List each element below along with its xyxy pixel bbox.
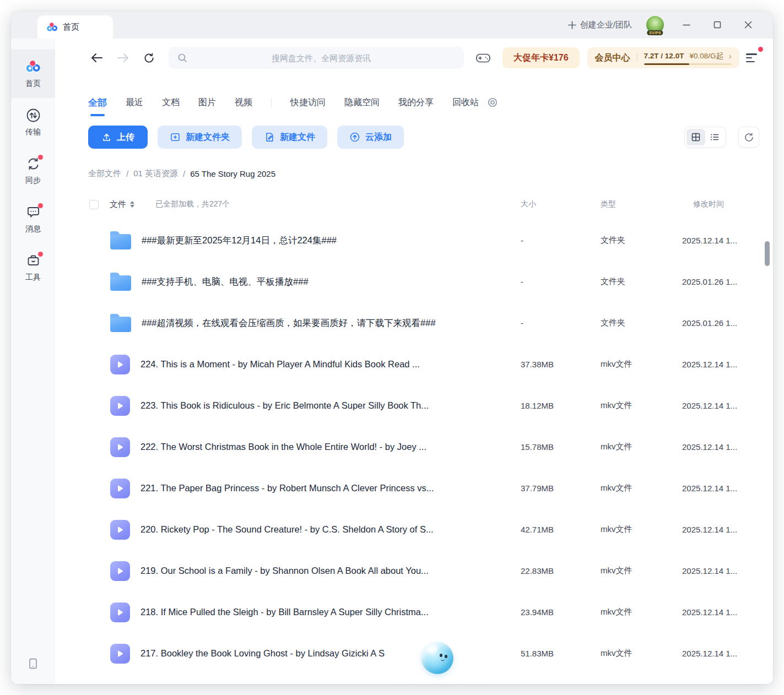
file-modified: 2025.01.26 1... [682, 277, 759, 286]
new-folder-button[interactable]: 新建文件夹 [158, 126, 242, 149]
nav-tab-3[interactable]: 图片 [198, 97, 216, 108]
nav-tab-4[interactable]: 视频 [235, 97, 252, 108]
file-type: mkv文件 [601, 400, 682, 411]
folder-icon [110, 234, 131, 249]
folder-icon [110, 275, 131, 291]
file-size: 51.83MB [521, 649, 601, 658]
member-center-label: 会员中心 [595, 52, 630, 64]
file-row[interactable]: ###最新更新至2025年12月14日，总计224集### - 文件夹 2025… [55, 220, 773, 261]
breadcrumb-root[interactable]: 全部文件 [88, 169, 121, 179]
file-row[interactable]: 223. This Book is Ridiculous - by Eric B… [55, 385, 773, 426]
file-type: 文件夹 [601, 318, 682, 328]
file-type: mkv文件 [601, 524, 682, 535]
back-button[interactable] [89, 50, 105, 66]
file-type: 文件夹 [601, 235, 682, 246]
file-name[interactable]: ###超清视频，在线观看会压缩画质，如果要画质好，请下载下来观看### [142, 317, 436, 329]
upload-button[interactable]: 上传 [88, 126, 148, 149]
column-file[interactable]: 文件 [110, 199, 126, 210]
member-center-button[interactable]: 会员中心 7.2T / 12.0T ¥0.08/G起 › [587, 47, 739, 68]
forward-button[interactable] [115, 50, 131, 66]
nav-tab-8[interactable]: 回收站 [452, 97, 479, 108]
maximize-button[interactable] [709, 17, 726, 33]
sidebar-item-sync[interactable]: 同步 [11, 146, 55, 195]
scrollbar-thumb[interactable] [765, 241, 770, 266]
tab-home[interactable]: 首页 [37, 15, 113, 39]
chevron-right-icon: › [729, 52, 732, 61]
file-modified: 2025.01.26 1... [682, 318, 759, 328]
sidebar-item-tools[interactable]: 工具 [11, 243, 55, 292]
file-name[interactable]: 224. This is a Moment - by Micah Player … [140, 359, 420, 370]
nav-tab-7[interactable]: 我的分享 [398, 97, 434, 108]
file-name[interactable]: 218. If Mice Pulled the Sleigh - by Bill… [140, 607, 429, 617]
cloud-add-button[interactable]: 云添加 [337, 126, 404, 149]
more-menu-icon[interactable] [746, 52, 759, 63]
select-all-checkbox[interactable] [89, 200, 99, 209]
file-modified: 2025.12.14 1... [682, 566, 759, 575]
video-file-icon [110, 644, 130, 664]
sidebar-item-messages[interactable]: 消息 [11, 195, 55, 243]
close-button[interactable] [740, 17, 756, 33]
nav-tab-2[interactable]: 文档 [162, 97, 180, 108]
sort-icon[interactable] [130, 201, 134, 208]
sidebar-item-transfer[interactable]: 传输 [11, 98, 55, 146]
game-icon[interactable] [476, 52, 490, 64]
file-row[interactable]: ###超清视频，在线观看会压缩画质，如果要画质好，请下载下来观看### - 文件… [55, 302, 773, 344]
folder-icon [110, 317, 131, 332]
file-size: 15.78MB [521, 442, 601, 452]
file-name[interactable]: 222. The Worst Christmas Book in the Who… [140, 442, 426, 452]
transfer-icon [25, 107, 41, 123]
search-input[interactable] [187, 53, 455, 63]
nav-tab-6[interactable]: 隐藏空间 [344, 97, 380, 108]
promo-annual-card-button[interactable]: 大促年卡¥176 [502, 47, 580, 68]
mobile-app-button[interactable] [11, 658, 55, 670]
file-row[interactable]: ###支持手机、电脑、电视、平板播放### - 文件夹 2025.01.26 1… [55, 261, 773, 302]
storage-progress-bar [644, 63, 732, 65]
file-size: - [521, 236, 601, 245]
action-bar: 上传 新建文件夹 新建文件 [55, 126, 773, 149]
sidebar-item-home[interactable]: 首页 [11, 50, 55, 98]
refresh-button[interactable] [141, 50, 156, 66]
file-modified: 2025.12.14 1... [682, 607, 759, 617]
file-row[interactable]: 220. Rickety Pop - The Sound Creature! -… [55, 509, 773, 550]
column-type: 类型 [601, 199, 682, 209]
file-name[interactable]: 221. The Paper Bag Princess - by Robert … [140, 483, 434, 493]
file-row[interactable]: 224. This is a Moment - by Micah Player … [55, 344, 773, 385]
search-bar[interactable] [169, 47, 464, 69]
file-modified: 2025.12.14 1... [682, 525, 759, 534]
file-row[interactable]: 219. Our School is a Family - by Shannon… [55, 550, 773, 591]
list-refresh-button[interactable] [738, 127, 759, 148]
file-row[interactable]: 222. The Worst Christmas Book in the Who… [55, 426, 773, 468]
category-tabs: 全部最近文档图片视频快捷访问隐藏空间我的分享回收站 [55, 90, 773, 115]
tab-home-label: 首页 [63, 22, 79, 32]
file-name[interactable]: 220. Rickety Pop - The Sound Creature! -… [140, 524, 434, 535]
file-modified: 2025.12.14 1... [682, 649, 759, 658]
file-row[interactable]: 218. If Mice Pulled the Sleigh - by Bill… [55, 591, 773, 633]
file-size: - [521, 277, 601, 286]
new-file-button[interactable]: 新建文件 [252, 126, 327, 149]
file-type: mkv文件 [601, 359, 682, 370]
app-window: 首页 创建企业/团队 SVIP6 [11, 11, 773, 684]
file-name[interactable]: ###最新更新至2025年12月14日，总计224集### [142, 235, 337, 247]
file-row[interactable]: 221. The Paper Bag Princess - by Robert … [55, 468, 773, 509]
file-name[interactable]: 219. Our School is a Family - by Shannon… [140, 566, 429, 576]
file-name[interactable]: ###支持手机、电脑、电视、平板播放### [142, 276, 309, 288]
nav-tab-1[interactable]: 最近 [126, 97, 143, 108]
breadcrumb-folder[interactable]: 01 英语资源 [133, 169, 178, 179]
nav-tab-0[interactable]: 全部 [88, 96, 107, 109]
tab-settings-icon[interactable] [488, 97, 498, 107]
file-type: 文件夹 [601, 276, 682, 287]
file-name[interactable]: 217. Bookley the Book Loving Ghost - by … [140, 648, 433, 659]
file-type: mkv文件 [601, 442, 682, 452]
file-name[interactable]: 223. This Book is Ridiculous - by Eric B… [140, 400, 429, 411]
list-header: 文件 已全部加载，共227个 大小 类型 修改时间 [55, 198, 773, 211]
toolbar: 大促年卡¥176 会员中心 7.2T / 12.0T ¥0.08/G起 › [55, 39, 773, 77]
minimize-button[interactable] [678, 17, 695, 33]
create-team-button[interactable]: 创建企业/团队 [568, 20, 632, 30]
ai-assistant-bubble[interactable] [421, 642, 453, 674]
avatar[interactable]: SVIP6 [646, 16, 664, 34]
nav-tab-5[interactable]: 快捷访问 [290, 97, 326, 108]
grid-view-button[interactable] [686, 129, 705, 145]
list-view-button[interactable] [705, 129, 724, 145]
file-list: ###最新更新至2025年12月14日，总计224集### - 文件夹 2025… [55, 220, 773, 674]
file-size: 22.83MB [521, 566, 601, 575]
